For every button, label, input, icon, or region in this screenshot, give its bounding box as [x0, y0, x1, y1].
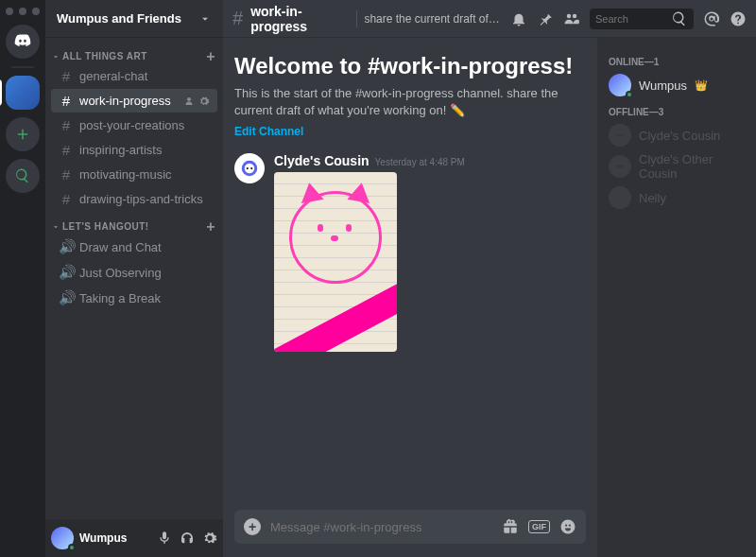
chevron-down-icon	[198, 12, 212, 26]
traffic-lights	[6, 8, 40, 15]
svg-point-4	[617, 134, 619, 136]
attach-button[interactable]: +	[244, 518, 261, 535]
message-attachment[interactable]	[274, 172, 397, 352]
gift-button[interactable]	[502, 518, 519, 535]
gif-button[interactable]: GIF	[528, 520, 550, 533]
welcome-body: This is the start of the #work-in-progre…	[234, 85, 586, 119]
hash-icon: #	[59, 93, 74, 109]
explore-servers-button[interactable]	[6, 159, 40, 193]
channel-sidebar: Wumpus and Friends ALL THINGS ART + #gen…	[45, 0, 223, 557]
hash-icon: #	[59, 117, 74, 133]
avatar[interactable]	[234, 153, 265, 183]
composer: + GIF	[223, 510, 597, 557]
user-settings-button[interactable]	[202, 531, 217, 546]
welcome-heading: Welcome to #work-in-progress!	[234, 53, 586, 79]
message-timestamp: Yesterday at 4:48 PM	[375, 157, 465, 167]
channel-post-your-creations[interactable]: #post-your-creations	[51, 113, 217, 137]
invite-icon[interactable]	[183, 96, 195, 107]
message-author[interactable]: Clyde's Cousin	[274, 153, 369, 168]
svg-point-6	[617, 165, 619, 167]
voice-just-observing[interactable]: 🔊Just Observing	[51, 260, 217, 285]
status-online-icon	[68, 544, 76, 551]
member-clydes-other-cousin[interactable]: Clyde's Other Cousin	[605, 149, 748, 183]
add-channel-button[interactable]: +	[206, 52, 215, 61]
hash-icon: #	[232, 8, 243, 29]
search-icon	[671, 10, 688, 27]
channel-topic[interactable]: share the current draft of wh…	[364, 12, 503, 26]
user-panel: Wumpus	[45, 519, 223, 557]
divider	[356, 10, 357, 27]
pinned-messages-button[interactable]	[537, 10, 554, 27]
server-header[interactable]: Wumpus and Friends	[45, 0, 223, 38]
message-scroll[interactable]: Welcome to #work-in-progress! This is th…	[223, 38, 597, 510]
category-lets-hangout[interactable]: LET'S HANGOUT! +	[45, 212, 223, 234]
channel-motivating-music[interactable]: #motivating-music	[51, 163, 217, 186]
speaker-icon: 🔊	[59, 238, 74, 255]
member-clydes-cousin[interactable]: Clyde's Cousin	[605, 121, 748, 149]
svg-point-5	[621, 134, 623, 136]
category-all-things-art[interactable]: ALL THINGS ART +	[45, 42, 223, 63]
server-wumpus-and-friends[interactable]	[6, 76, 40, 110]
search-input[interactable]	[590, 9, 694, 29]
main-area: # work-in-progress share the current dra…	[223, 0, 756, 557]
members-offline-header: OFFLINE—3	[609, 107, 745, 117]
server-name: Wumpus and Friends	[57, 11, 181, 26]
guild-separator	[11, 66, 34, 68]
chevron-down-icon	[51, 52, 60, 61]
hash-icon: #	[59, 142, 74, 158]
current-username: Wumpus	[79, 531, 151, 545]
search-field[interactable]	[595, 13, 671, 25]
add-channel-button[interactable]: +	[206, 222, 215, 232]
svg-point-3	[250, 167, 252, 169]
members-online-header: ONLINE—1	[609, 57, 745, 67]
channel-list: ALL THINGS ART + #general-chat #work-in-…	[45, 38, 223, 519]
channel-drawing-tips-and-tricks[interactable]: #drawing-tips-and-tricks	[51, 187, 217, 211]
voice-draw-and-chat[interactable]: 🔊Draw and Chat	[51, 235, 217, 259]
voice-taking-a-break[interactable]: 🔊Taking a Break	[51, 286, 217, 310]
emoji-button[interactable]	[559, 518, 576, 535]
channel-header: # work-in-progress share the current dra…	[223, 0, 756, 38]
svg-point-1	[245, 164, 255, 174]
mute-button[interactable]	[157, 531, 172, 546]
channel-inspiring-artists[interactable]: #inspiring-artists	[51, 138, 217, 162]
member-wumpus[interactable]: Wumpus 👑	[605, 71, 748, 99]
svg-point-2	[247, 167, 249, 169]
gear-icon[interactable]	[198, 96, 210, 107]
channel-work-in-progress[interactable]: #work-in-progress	[51, 89, 217, 113]
mentions-button[interactable]	[703, 10, 720, 27]
message: Clyde's Cousin Yesterday at 4:48 PM	[234, 153, 586, 352]
home-button[interactable]	[6, 25, 40, 59]
message-input[interactable]	[270, 520, 492, 534]
avatar[interactable]	[51, 527, 74, 549]
member-nelly[interactable]: Nelly	[605, 183, 748, 212]
hash-icon: #	[59, 68, 74, 84]
speaker-icon: 🔊	[59, 289, 74, 306]
help-button[interactable]	[730, 10, 747, 27]
speaker-icon: 🔊	[59, 264, 74, 281]
svg-point-7	[621, 165, 623, 167]
crown-icon: 👑	[695, 79, 708, 92]
member-list: ONLINE—1 Wumpus 👑 OFFLINE—3 Clyde's Cous…	[597, 38, 756, 557]
deafen-button[interactable]	[180, 531, 195, 546]
notifications-button[interactable]	[510, 10, 527, 27]
channel-general-chat[interactable]: #general-chat	[51, 64, 217, 88]
guild-nav	[0, 0, 45, 557]
member-list-toggle[interactable]	[563, 10, 580, 27]
messages-area: Welcome to #work-in-progress! This is th…	[223, 38, 597, 557]
chevron-down-icon	[51, 222, 60, 232]
hash-icon: #	[59, 166, 74, 183]
channel-title: work-in-progress	[250, 4, 348, 34]
status-online-icon	[626, 91, 633, 98]
add-server-button[interactable]	[6, 117, 40, 151]
channel-welcome: Welcome to #work-in-progress! This is th…	[234, 53, 586, 138]
hash-icon: #	[59, 191, 74, 207]
edit-channel-link[interactable]: Edit Channel	[234, 125, 303, 138]
